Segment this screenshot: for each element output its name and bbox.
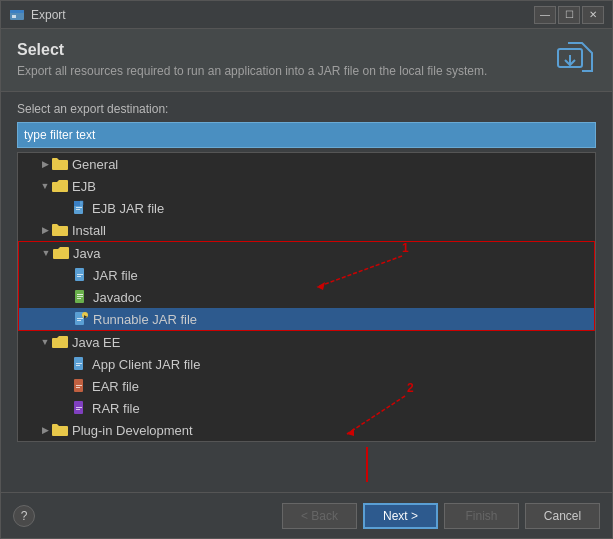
tree-label-general: General [72,157,118,172]
tree-item-plugin[interactable]: Plug-in Development [18,419,595,441]
svg-rect-32 [76,409,80,410]
svg-rect-9 [76,209,80,210]
tree-label-app-client: App Client JAR file [92,357,200,372]
file-icon-app-client [72,356,88,372]
folder-icon-install [52,222,68,238]
tree-label-ear-file: EAR file [92,379,139,394]
content-area: Select an export destination: General [1,92,612,492]
folder-icon-ejb [52,178,68,194]
tree-label-jar-file: JAR file [93,268,138,283]
file-icon-runnable-jar: ▶ [73,311,89,327]
tree-item-javadoc[interactable]: Javadoc [19,286,594,308]
folder-icon-general [52,156,68,172]
close-button[interactable]: ✕ [582,6,604,24]
tree-item-java[interactable]: Java [19,242,594,264]
svg-rect-8 [76,207,82,208]
next-button[interactable]: Next > [363,503,438,529]
tree-label-install: Install [72,223,106,238]
maximize-button[interactable]: ☐ [558,6,580,24]
tree-label-java: Java [73,246,100,261]
footer-right: < Back Next > Finish Cancel [282,503,600,529]
tree-item-runnable-jar[interactable]: ▶ Runnable JAR file [19,308,594,330]
arrow-general [38,157,52,171]
svg-rect-20 [77,320,81,321]
tree-annotation-container: General EJB [17,152,596,482]
arrow-plugin [38,423,52,437]
svg-rect-23 [55,340,65,346]
tree-item-ear-file[interactable]: EAR file [18,375,595,397]
header-description: Export all resources required to run an … [17,63,546,80]
tree-label-javadoc: Javadoc [93,290,141,305]
help-button[interactable]: ? [13,505,35,527]
svg-rect-12 [77,274,83,275]
footer-left: ? [13,505,35,527]
svg-rect-19 [77,318,83,319]
tree-item-ejb[interactable]: EJB [18,175,595,197]
destination-label: Select an export destination: [17,102,596,116]
file-icon-rar [72,400,88,416]
minimize-button[interactable]: — [534,6,556,24]
svg-rect-17 [77,298,81,299]
file-icon-javadoc [73,289,89,305]
tree-label-ejb-jar: EJB JAR file [92,201,164,216]
tree-item-app-client[interactable]: App Client JAR file [18,353,595,375]
tree-label-plugin: Plug-in Development [72,423,193,438]
title-bar: Export — ☐ ✕ [1,1,612,29]
export-window: Export — ☐ ✕ Select Export all resources… [0,0,613,539]
folder-icon-java-ee [52,334,68,350]
tree-item-jar-file[interactable]: JAR file [19,264,594,286]
svg-rect-28 [76,385,82,386]
window-title: Export [31,8,534,22]
tree-label-rar-file: RAR file [92,401,140,416]
tree-item-java-ee[interactable]: Java EE [18,331,595,353]
svg-rect-25 [76,363,82,364]
header-title: Select [17,41,546,59]
file-icon-ejb-jar [72,200,88,216]
svg-rect-7 [74,201,80,206]
filter-input[interactable] [17,122,596,148]
export-icon [556,41,596,81]
svg-rect-5 [55,184,65,190]
header-section: Select Export all resources required to … [1,29,612,92]
finish-button[interactable]: Finish [444,503,519,529]
tree-item-ejb-jar[interactable]: EJB JAR file [18,197,595,219]
arrow-ejb [38,179,52,193]
tree-label-ejb: EJB [72,179,96,194]
arrow-install [38,223,52,237]
arrow-java [39,246,53,260]
tree-container[interactable]: General EJB [17,152,596,442]
svg-rect-31 [76,407,82,408]
window-icon [9,7,25,23]
footer: ? < Back Next > Finish Cancel [1,492,612,538]
svg-rect-2 [12,15,16,18]
svg-rect-13 [77,276,81,277]
window-controls: — ☐ ✕ [534,6,604,24]
tree-item-general[interactable]: General [18,153,595,175]
svg-rect-29 [76,387,80,388]
tree-label-runnable-jar: Runnable JAR file [93,312,197,327]
folder-icon-java [53,245,69,261]
svg-rect-26 [76,365,80,366]
file-icon-ear [72,378,88,394]
back-button[interactable]: < Back [282,503,357,529]
folder-icon-plugin [52,422,68,438]
svg-rect-16 [77,296,83,297]
header-text: Select Export all resources required to … [17,41,546,80]
cancel-button[interactable]: Cancel [525,503,600,529]
arrow-java-ee [38,335,52,349]
file-icon-jar [73,267,89,283]
svg-rect-10 [56,251,66,257]
tree-label-java-ee: Java EE [72,335,120,350]
tree-item-rar-file[interactable]: RAR file [18,397,595,419]
java-section: Java JAR file [18,241,595,331]
tree-item-install[interactable]: Install [18,219,595,241]
svg-rect-15 [77,294,83,295]
svg-rect-1 [10,10,24,13]
